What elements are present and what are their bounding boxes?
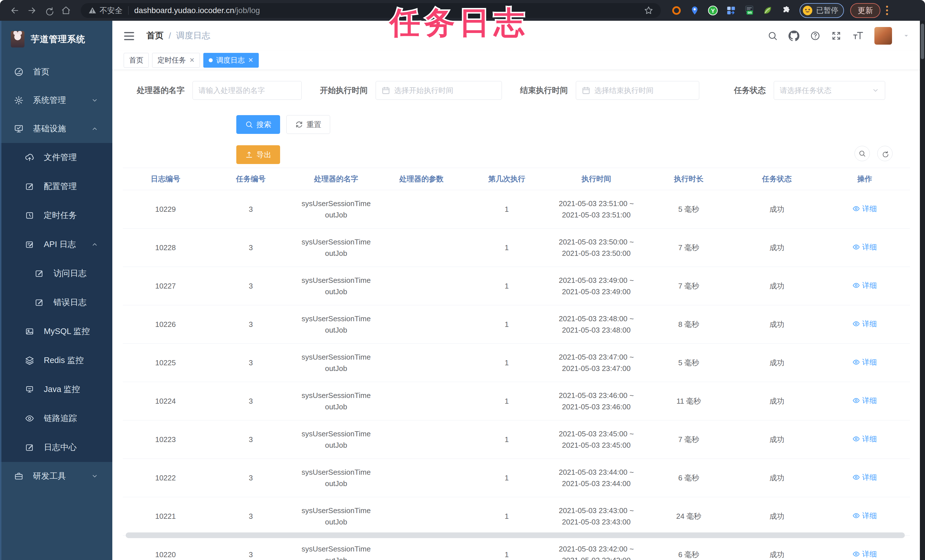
ext-green-y-icon[interactable]: Y bbox=[708, 5, 718, 16]
sidebar-item-14[interactable]: 研发工具 bbox=[0, 462, 112, 490]
table-row: 10224 3 sysUserSessionTimeoutJob 1 2021-… bbox=[123, 382, 910, 420]
detail-link[interactable]: 详细 bbox=[853, 357, 877, 368]
sidebar-item-9[interactable]: MySQL 监控 bbox=[0, 317, 112, 346]
browser-update-button[interactable]: 更新 bbox=[850, 3, 880, 18]
sidebar-item-6[interactable]: API 日志 bbox=[0, 230, 112, 259]
back-icon[interactable] bbox=[7, 3, 23, 18]
ext-grid-icon[interactable] bbox=[726, 5, 737, 16]
profile-paused-badge[interactable]: 已暂停 bbox=[800, 3, 844, 18]
url-path: /job/log bbox=[234, 6, 260, 15]
sidebar-item-0[interactable]: 首页 bbox=[0, 58, 112, 86]
reload-icon[interactable] bbox=[41, 3, 57, 18]
sidebar-item-11[interactable]: Java 监控 bbox=[0, 375, 112, 404]
sidebar-item-13[interactable]: 日志中心 bbox=[0, 433, 112, 462]
detail-link[interactable]: 详细 bbox=[853, 510, 877, 521]
forward-icon[interactable] bbox=[24, 3, 40, 18]
cell-duration: 7 毫秒 bbox=[643, 229, 734, 267]
sidebar-item-4[interactable]: 配置管理 bbox=[0, 172, 112, 201]
ext-puzzle-icon[interactable] bbox=[780, 5, 791, 16]
cell-duration: 6 毫秒 bbox=[643, 536, 734, 560]
close-tab-icon[interactable]: ✕ bbox=[248, 57, 253, 64]
app-logo-row[interactable]: 芋道管理系统 bbox=[0, 21, 112, 58]
bookmark-star-icon[interactable] bbox=[644, 6, 654, 15]
detail-link[interactable]: 详细 bbox=[853, 203, 877, 214]
sidebar-item-12[interactable]: 链路追踪 bbox=[0, 404, 112, 433]
end-time-input[interactable] bbox=[576, 81, 699, 100]
job-status-select[interactable] bbox=[774, 81, 885, 100]
handler-name-input[interactable] bbox=[193, 81, 302, 100]
scrollbar-thumb[interactable] bbox=[921, 24, 924, 59]
refresh-table-button[interactable] bbox=[877, 146, 893, 161]
cell-exec-time: 2021-05-03 23:50:00 ~2021-05-03 23:50:00 bbox=[549, 229, 643, 267]
reset-button[interactable]: 重置 bbox=[286, 115, 330, 134]
close-tab-icon[interactable]: ✕ bbox=[189, 57, 194, 64]
detail-link[interactable]: 详细 bbox=[853, 471, 877, 483]
horizontal-scrollbar[interactable] bbox=[126, 533, 905, 538]
search-button[interactable]: 搜索 bbox=[236, 115, 280, 134]
begin-time-field[interactable] bbox=[394, 86, 496, 95]
sidebar-item-3[interactable]: 文件管理 bbox=[0, 143, 112, 172]
cell-log-id: 10229 bbox=[123, 190, 208, 229]
warning-icon bbox=[88, 6, 97, 15]
detail-link[interactable]: 详细 bbox=[853, 395, 877, 406]
briefcase-icon bbox=[14, 471, 24, 481]
ext-orange-ring-icon[interactable] bbox=[671, 5, 682, 16]
sidebar-item-1[interactable]: 系统管理 bbox=[0, 86, 112, 114]
chevron-up-icon bbox=[91, 241, 98, 248]
java-monitor-icon bbox=[24, 384, 35, 394]
github-icon[interactable] bbox=[788, 30, 799, 41]
cell-task-id: 3 bbox=[208, 382, 294, 420]
user-avatar[interactable] bbox=[874, 27, 892, 45]
export-button[interactable]: 导出 bbox=[236, 145, 280, 164]
search-icon[interactable] bbox=[767, 31, 778, 41]
table-row: 10229 3 sysUserSessionTimeoutJob 1 2021-… bbox=[123, 190, 910, 229]
tab-0[interactable]: 首页 bbox=[124, 53, 149, 68]
end-time-field[interactable] bbox=[594, 86, 693, 95]
ext-blue-pin-icon[interactable] bbox=[689, 5, 700, 16]
font-size-icon[interactable] bbox=[852, 31, 863, 41]
extension-strip: Yon bbox=[671, 5, 791, 16]
cell-handler: sysUserSessionTimeoutJob bbox=[294, 344, 379, 382]
log-table: 日志编号任务编号处理器的名字处理器的参数第几次执行执行时间执行时长任务状态操作 … bbox=[123, 168, 910, 560]
toggle-search-button[interactable] bbox=[854, 146, 870, 161]
cell-duration: 5 毫秒 bbox=[643, 344, 734, 382]
table-row: 10226 3 sysUserSessionTimeoutJob 1 2021-… bbox=[123, 305, 910, 344]
window-scrollbar[interactable] bbox=[920, 21, 925, 560]
handler-name-label: 处理器的名字 bbox=[137, 85, 185, 96]
chevron-up-icon bbox=[91, 125, 98, 132]
help-icon[interactable] bbox=[810, 31, 820, 41]
cell-task-id: 3 bbox=[208, 190, 294, 229]
cell-exec-time: 2021-05-03 23:51:00 ~2021-05-03 23:51:00 bbox=[549, 190, 643, 229]
cell-task-id: 3 bbox=[208, 536, 294, 560]
job-status-field[interactable] bbox=[780, 86, 868, 95]
breadcrumb-home[interactable]: 首页 bbox=[146, 30, 164, 42]
tab-1[interactable]: 定时任务 ✕ bbox=[152, 53, 200, 68]
sidebar-item-7[interactable]: 访问日志 bbox=[0, 259, 112, 288]
tab-2[interactable]: 调度日志 ✕ bbox=[203, 53, 259, 68]
detail-link[interactable]: 详细 bbox=[853, 241, 877, 253]
home-icon[interactable] bbox=[58, 3, 74, 18]
sidebar-item-10[interactable]: Redis 监控 bbox=[0, 346, 112, 375]
handler-name-field[interactable] bbox=[199, 86, 296, 95]
reset-button-icon bbox=[295, 120, 303, 128]
detail-link[interactable]: 详细 bbox=[853, 548, 877, 560]
browser-menu-icon[interactable] bbox=[884, 4, 890, 17]
detail-link[interactable]: 详细 bbox=[853, 318, 877, 330]
hamburger-icon[interactable] bbox=[123, 30, 136, 42]
not-secure-label[interactable]: 不安全 bbox=[99, 5, 122, 16]
sidebar-item-2[interactable]: 基础设施 bbox=[0, 114, 112, 143]
detail-link[interactable]: 详细 bbox=[853, 433, 877, 445]
address-bar[interactable]: 不安全 dashboard.yudao.iocoder.cn/job/log bbox=[81, 3, 661, 18]
sidebar-item-5[interactable]: 定时任务 bbox=[0, 201, 112, 230]
sidebar-item-8[interactable]: 错误日志 bbox=[0, 288, 112, 317]
cell-log-id: 10221 bbox=[123, 497, 208, 536]
detail-link[interactable]: 详细 bbox=[853, 280, 877, 291]
ext-leaf-icon[interactable] bbox=[762, 5, 773, 16]
svg-text:Y: Y bbox=[711, 7, 715, 14]
cell-handler: sysUserSessionTimeoutJob bbox=[294, 190, 379, 229]
begin-time-input[interactable] bbox=[376, 81, 502, 100]
fullscreen-icon[interactable] bbox=[831, 31, 841, 41]
ext-on-badge-icon[interactable]: on bbox=[744, 5, 755, 16]
edit-icon bbox=[24, 181, 35, 191]
avatar-caret-icon[interactable] bbox=[903, 32, 910, 39]
